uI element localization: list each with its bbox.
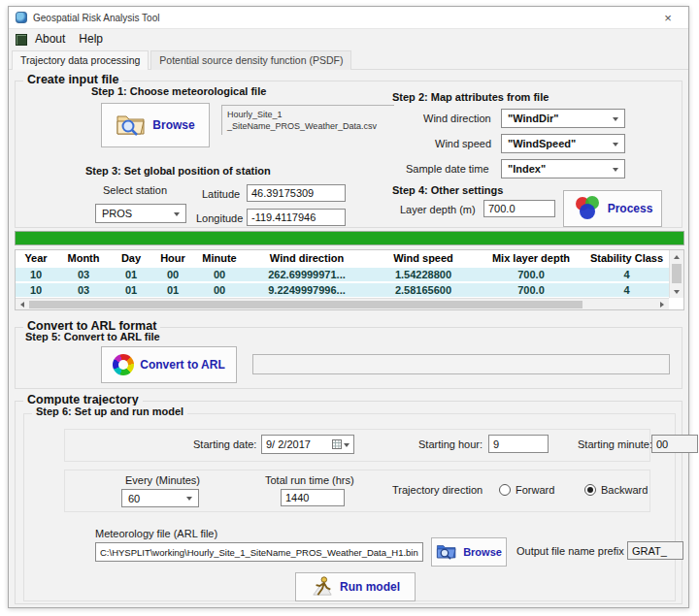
- convert-to-arl-label: Convert to ARL: [140, 358, 225, 372]
- every-minutes-select[interactable]: 60: [121, 489, 199, 507]
- sample-datetime-label: Sample date time: [406, 163, 489, 175]
- col-mix-layer-depth: Mix layer depth: [478, 250, 584, 265]
- latitude-field[interactable]: [247, 184, 346, 202]
- menu-about[interactable]: About: [32, 30, 74, 49]
- wind-speed-label: Wind speed: [435, 138, 491, 149]
- menu-bar: About Help: [9, 28, 688, 49]
- chevron-down-icon: [174, 212, 180, 219]
- window-title: Geospatial Risk Analysis Tool: [33, 13, 159, 23]
- create-input-file-group: Create input file Step 1: Choose meteoro…: [15, 81, 682, 228]
- close-button[interactable]: ×: [654, 8, 682, 27]
- folder-search-icon: [116, 112, 147, 140]
- weather-data-table[interactable]: Year Month Day Hour Minute Wind directio…: [15, 249, 684, 310]
- about-menu-icon: [16, 34, 27, 46]
- scroll-right-icon[interactable]: [655, 299, 669, 309]
- chevron-down-icon: [186, 497, 192, 503]
- total-run-time-field[interactable]: [281, 489, 345, 506]
- horizontal-scroll-thumb[interactable]: [29, 301, 582, 308]
- table-horizontal-scrollbar[interactable]: [16, 298, 669, 309]
- trajectory-direction-label: Trajectory direction: [392, 484, 483, 496]
- layer-depth-field[interactable]: [483, 200, 555, 217]
- station-value: PROS: [102, 208, 132, 219]
- met-file-label: Meteorology file (ARL file): [95, 528, 217, 539]
- step2-title: Step 2: Map attributes from file: [392, 91, 549, 103]
- col-wind-direction: Wind direction: [245, 250, 369, 265]
- latitude-label: Latitude: [202, 188, 240, 200]
- convert-arl-group: Convert to ARL format Step 5: Convert to…: [15, 327, 682, 389]
- vertical-scroll-thumb[interactable]: [672, 264, 682, 283]
- select-station-label: Select station: [103, 184, 167, 196]
- table-header-row: Year Month Day Hour Minute Wind directio…: [16, 250, 669, 265]
- color-wheel-icon: [113, 354, 134, 375]
- step3-title: Step 3: Set global position of station: [85, 165, 271, 177]
- starting-minute-field[interactable]: [651, 435, 698, 453]
- title-bar: Geospatial Risk Analysis Tool ×: [9, 7, 688, 28]
- runner-icon: [311, 575, 334, 600]
- sample-datetime-select[interactable]: "Index": [501, 159, 625, 178]
- layer-depth-label: Layer depth (m): [400, 204, 476, 215]
- browse-arl-label: Browse: [463, 546, 502, 558]
- tab-psdf[interactable]: Potential source density function (PSDF): [150, 50, 351, 70]
- create-input-file-title: Create input file: [23, 73, 122, 86]
- output-prefix-field[interactable]: [627, 541, 683, 560]
- wind-direction-select[interactable]: "WindDir": [501, 109, 625, 128]
- chevron-down-icon: [344, 443, 350, 450]
- scroll-left-icon[interactable]: [16, 299, 29, 309]
- folder-search-icon: [436, 542, 457, 562]
- run-model-label: Run model: [340, 580, 400, 594]
- step5-title: Step 5: Convert to ARL file: [25, 331, 160, 342]
- met-file-field[interactable]: [95, 542, 423, 562]
- chevron-down-icon: [613, 168, 618, 175]
- station-select[interactable]: PROS: [95, 204, 186, 223]
- menu-help[interactable]: Help: [76, 30, 112, 49]
- col-hour: Hour: [151, 250, 194, 265]
- col-stability-class: Stability Class: [584, 250, 669, 265]
- backward-radio[interactable]: [584, 484, 596, 496]
- chevron-down-icon: [613, 117, 618, 124]
- app-window: Geospatial Risk Analysis Tool × About He…: [8, 6, 689, 608]
- starting-date-picker[interactable]: 9/ 2/2017: [261, 435, 354, 454]
- table-vertical-scrollbar[interactable]: [669, 250, 683, 298]
- scroll-up-icon[interactable]: [670, 250, 683, 263]
- tab-strip: Trajectory data processing Potential sou…: [9, 49, 688, 70]
- start-time-panel: Starting date: 9/ 2/2017 Starting hour: …: [64, 429, 650, 462]
- table-row[interactable]: 10 03 01 00 00 262.69999971... 1.5422880…: [16, 268, 669, 281]
- every-minutes-value: 60: [128, 493, 140, 504]
- longitude-label: Longitude: [196, 212, 243, 224]
- calendar-icon: [332, 439, 342, 449]
- step6-title: Step 6: Set up and run model: [32, 405, 187, 417]
- rgb-circles-icon: [573, 194, 602, 224]
- processing-progress-bar: [15, 231, 684, 245]
- starting-date-value: 9/ 2/2017: [266, 438, 311, 450]
- browse-met-file-label: Browse: [152, 118, 194, 132]
- browse-arl-button[interactable]: Browse: [431, 537, 507, 567]
- run-model-button[interactable]: Run model: [295, 572, 416, 601]
- every-minutes-label: Every (Minutes): [125, 474, 200, 486]
- compute-trajectory-group: Compute trajectory Step 6: Set up and ru…: [15, 401, 682, 604]
- browse-met-file-button[interactable]: Browse: [101, 103, 210, 147]
- wind-speed-value: "WindSpeed": [508, 138, 576, 149]
- col-month: Month: [56, 250, 111, 265]
- chevron-down-icon: [613, 143, 618, 149]
- sample-datetime-value: "Index": [508, 163, 546, 175]
- app-icon: [16, 12, 27, 23]
- output-prefix-label: Output file name prefix: [516, 545, 624, 557]
- table-row[interactable]: 10 03 01 01 00 9.2249997996... 2.5816560…: [16, 283, 669, 297]
- forward-radio[interactable]: [499, 484, 511, 496]
- scroll-down-icon[interactable]: [670, 285, 683, 298]
- process-button[interactable]: Process: [563, 190, 662, 227]
- starting-hour-label: Starting hour:: [418, 438, 483, 450]
- step4-title: Step 4: Other settings: [392, 184, 503, 196]
- compute-trajectory-title: Compute trajectory: [23, 393, 143, 406]
- convert-to-arl-button[interactable]: Convert to ARL: [101, 346, 237, 383]
- process-label: Process: [608, 202, 653, 215]
- col-day: Day: [111, 250, 151, 265]
- wind-direction-value: "WindDir": [508, 113, 559, 124]
- starting-minute-label: Starting minute:: [578, 438, 652, 450]
- starting-hour-field[interactable]: [488, 435, 549, 453]
- col-year: Year: [16, 250, 56, 265]
- total-run-time-label: Total run time (hrs): [265, 474, 354, 486]
- longitude-field[interactable]: [247, 209, 346, 226]
- tab-trajectory-data-processing[interactable]: Trajectory data processing: [12, 50, 149, 70]
- wind-speed-select[interactable]: "WindSpeed": [501, 134, 625, 153]
